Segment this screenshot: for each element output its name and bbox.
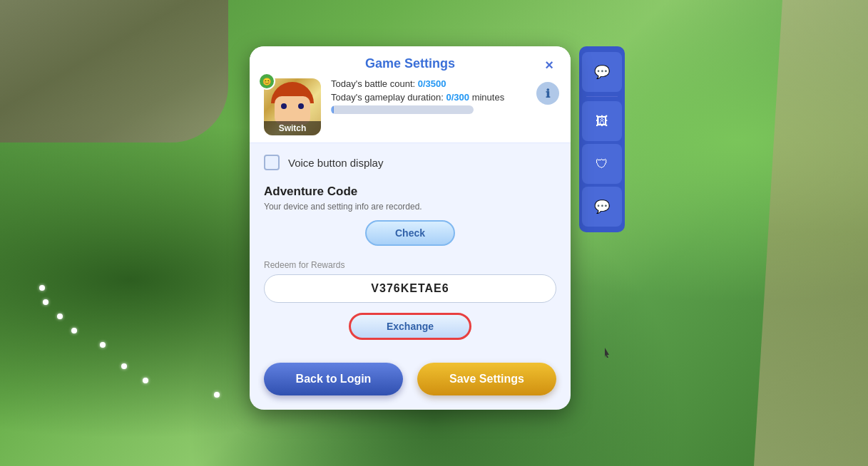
avatar-wrapper: 😊 Switch: [264, 78, 321, 135]
modal-header: Game Settings × 😊 Switch T: [250, 46, 571, 143]
duration-line: Today's gameplay duration: 0/300 minutes: [331, 92, 556, 103]
flower: [100, 342, 106, 348]
stone-wall: [0, 0, 228, 143]
redeem-section: Redeem for Rewards V376KETAE6 Exchange: [264, 260, 556, 340]
close-button[interactable]: ×: [539, 55, 559, 75]
flower: [57, 314, 63, 319]
info-button[interactable]: ℹ: [536, 82, 559, 105]
check-button[interactable]: Check: [365, 220, 455, 246]
switch-label[interactable]: Switch: [264, 121, 321, 135]
modal-title: Game Settings: [264, 56, 556, 71]
gallery-icon: 🖼: [596, 114, 608, 129]
voice-row: Voice button display: [264, 155, 556, 170]
flower: [43, 299, 48, 305]
profile-section: 😊 Switch Today's battle count: 0/3500 To…: [264, 78, 556, 135]
stats-section: Today's battle count: 0/3500 Today's gam…: [331, 78, 556, 114]
battle-count-line: Today's battle count: 0/3500: [331, 78, 556, 89]
chat-bubble-icon: 💬: [594, 64, 610, 80]
gallery-settings-button[interactable]: 🖼: [582, 101, 622, 141]
battle-count-label: Today's battle count:: [331, 78, 415, 89]
char-eye-right: [298, 103, 304, 109]
progress-bar: [331, 105, 474, 114]
right-panel: 💬 🖼 🛡 💬: [579, 46, 625, 232]
code-input[interactable]: V376KETAE6: [264, 274, 556, 303]
duration-label: Today's gameplay duration:: [331, 92, 444, 103]
flower: [214, 392, 220, 398]
voice-label: Voice button display: [288, 157, 383, 169]
flower: [39, 285, 45, 291]
modal-body: Voice button display Adventure Code Your…: [250, 143, 571, 356]
exchange-button[interactable]: Exchange: [349, 313, 471, 340]
flower: [121, 363, 127, 369]
game-settings-modal: Game Settings × 😊 Switch T: [250, 46, 571, 410]
char-skin: [275, 96, 310, 125]
adventure-desc: Your device and setting info are recorde…: [264, 202, 556, 212]
code-value: V376KETAE6: [371, 282, 449, 294]
adventure-title: Adventure Code: [264, 185, 556, 199]
char-eye-left: [281, 103, 287, 109]
duration-value: 0/300: [446, 92, 469, 103]
chat2-icon: 💬: [594, 199, 610, 214]
exchange-btn-wrapper: Exchange: [264, 313, 556, 340]
back-to-login-button[interactable]: Back to Login: [264, 363, 403, 395]
green-badge-icon: 😊: [258, 73, 275, 90]
voice-checkbox[interactable]: [264, 155, 280, 170]
battle-count-value: 0/3500: [418, 78, 446, 89]
flower: [143, 378, 148, 383]
progress-fill: [331, 105, 334, 114]
save-settings-button[interactable]: Save Settings: [417, 363, 556, 395]
redeem-label: Redeem for Rewards: [264, 260, 556, 270]
flower: [71, 328, 77, 333]
duration-unit: minutes: [472, 92, 505, 103]
shield-button[interactable]: 🛡: [582, 144, 622, 184]
chat2-button[interactable]: 💬: [582, 187, 622, 227]
adventure-section: Adventure Code Your device and setting i…: [264, 185, 556, 246]
shield-icon: 🛡: [596, 157, 608, 172]
chat-icon-button[interactable]: 💬: [582, 52, 622, 92]
modal-footer: Back to Login Save Settings: [250, 356, 571, 395]
panel-divider: [586, 96, 618, 97]
